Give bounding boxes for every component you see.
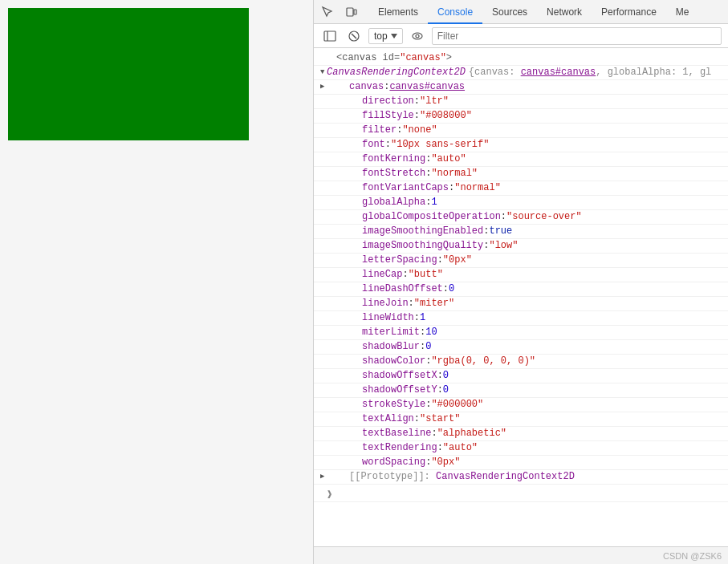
- console-line-textbaseline: textBaseline: "alphabetic": [314, 427, 728, 441]
- inspect-icon[interactable]: [317, 2, 338, 22]
- console-line-font: font: "10px sans-serif": [314, 138, 728, 152]
- context-selector[interactable]: top: [368, 28, 403, 44]
- console-line-shadowoffsety: shadowOffsetY: 0: [314, 383, 728, 398]
- eye-icon-button[interactable]: [408, 26, 427, 46]
- console-line-fontvariantcaps: fontVariantCaps: "normal": [314, 181, 728, 196]
- console-line-linedashoffset: lineDashOffset: 0: [314, 282, 728, 297]
- tab-performance[interactable]: Performance: [592, 0, 666, 24]
- console-line-ctx-header[interactable]: CanvasRenderingContext2D {canvas: canvas…: [314, 66, 728, 80]
- console-line-filter: filter: "none": [314, 124, 728, 138]
- console-line-prototype[interactable]: [[Prototype]]: CanvasRenderingContext2D: [314, 470, 728, 485]
- sidebar-toggle-button[interactable]: [320, 26, 340, 46]
- console-line-linecap: lineCap: "butt": [314, 268, 728, 282]
- console-line-linewidth: lineWidth: 1: [314, 311, 728, 326]
- ctx-comment: {canvas: canvas#canvas, globalAlpha: 1, …: [469, 67, 711, 78]
- tab-network[interactable]: Network: [537, 0, 592, 24]
- console-line-shadowcolor: shadowColor: "rgba(0, 0, 0, 0)": [314, 355, 728, 369]
- tab-icon-group: [317, 2, 362, 22]
- canvas-element: [8, 8, 249, 140]
- canvas-tag-text: <canvas id="canvas">: [336, 52, 452, 63]
- console-line-fillstyle: fillStyle: "#008000": [314, 109, 728, 124]
- console-line-strokestyle: strokeStyle: "#000000": [314, 398, 728, 412]
- filter-input[interactable]: [432, 27, 722, 45]
- console-line-miterlimit: miterLimit: 10: [314, 326, 728, 340]
- console-output: <canvas id="canvas"> CanvasRenderingCont…: [314, 48, 728, 546]
- console-line-linejoin: lineJoin: "miter": [314, 297, 728, 311]
- console-line-shadowoffsetx: shadowOffsetX: 0: [314, 369, 728, 383]
- console-line-imagesmoothingquality: imageSmoothingQuality: "low": [314, 239, 728, 254]
- console-line-canvas-prop: canvas: canvas#canvas: [314, 80, 728, 95]
- console-line-globalalpha: globalAlpha: 1: [314, 196, 728, 210]
- console-line-canvas-tag: <canvas id="canvas">: [314, 51, 728, 66]
- bottom-bar: CSDN @ZSK6: [314, 546, 728, 564]
- console-toolbar: top: [314, 24, 728, 48]
- device-icon[interactable]: [341, 2, 362, 22]
- context-label: top: [374, 30, 388, 42]
- tab-sources[interactable]: Sources: [482, 0, 537, 24]
- chevron-prompt-icon: ❱: [327, 489, 332, 501]
- expand-ctx-arrow[interactable]: [320, 67, 324, 76]
- console-line-shadowblur: shadowBlur: 0: [314, 340, 728, 355]
- console-line-fontstretch: fontStretch: "normal": [314, 167, 728, 181]
- console-line-fontkerning: fontKerning: "auto": [314, 152, 728, 167]
- console-line-textalign: textAlign: "start": [314, 412, 728, 427]
- tab-console[interactable]: Console: [428, 0, 482, 24]
- tab-elements[interactable]: Elements: [368, 0, 428, 24]
- ctx-class-name: CanvasRenderingContext2D: [327, 67, 466, 78]
- svg-point-7: [416, 34, 419, 38]
- clear-console-button[interactable]: [344, 26, 364, 46]
- console-line-imagesmoothingenabled: imageSmoothingEnabled: true: [314, 225, 728, 239]
- devtools-tab-bar: Elements Console Sources Network Perform…: [314, 0, 728, 24]
- console-line-direction: direction: "ltr": [314, 95, 728, 109]
- svg-rect-2: [324, 31, 336, 41]
- tab-more[interactable]: Me: [666, 0, 699, 24]
- console-line-wordspacing: wordSpacing: "0px": [314, 456, 728, 470]
- console-prompt-line[interactable]: ❱: [314, 488, 728, 502]
- svg-point-6: [413, 33, 422, 39]
- svg-line-5: [352, 34, 356, 39]
- canvas-preview-panel: [0, 0, 313, 564]
- console-line-textrendering: textRendering: "auto": [314, 441, 728, 456]
- svg-rect-0: [347, 8, 353, 16]
- expand-canvas-arrow[interactable]: [320, 82, 324, 91]
- prototype-label: [[Prototype]]: CanvasRenderingContext2D: [349, 471, 575, 482]
- console-line-globalcomposite: globalCompositeOperation: "source-over": [314, 210, 728, 225]
- devtools-panel: Elements Console Sources Network Perform…: [313, 0, 728, 564]
- expand-proto-arrow[interactable]: [320, 472, 324, 481]
- svg-rect-1: [354, 10, 356, 14]
- main-layout: Elements Console Sources Network Perform…: [0, 0, 728, 564]
- console-line-letterspacing: letterSpacing: "0px": [314, 254, 728, 268]
- watermark-text: CSDN @ZSK6: [663, 551, 722, 561]
